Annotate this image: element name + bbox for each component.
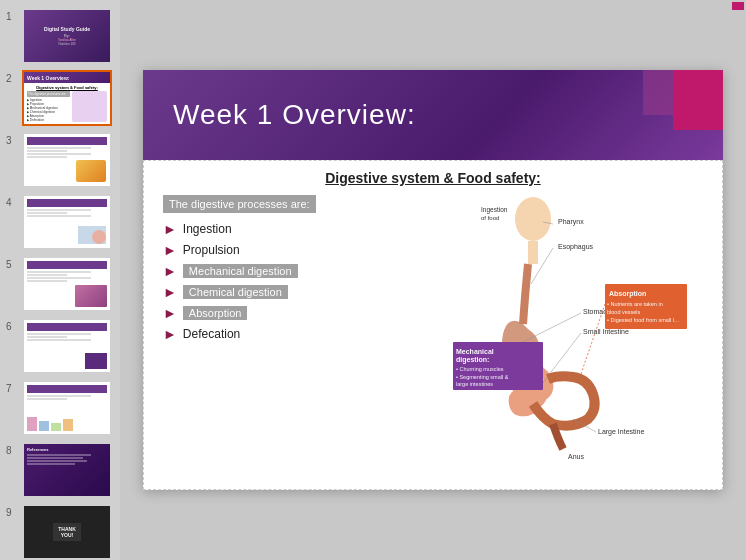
mechanical-box-text3: large intestines xyxy=(456,381,493,387)
arrow-icon-chemical: ► xyxy=(163,284,177,300)
chemical-label: Chemical digestion xyxy=(183,285,288,299)
thumb-2-list: ▶ Ingestion▶ Propulsion▶ Mechanical dige… xyxy=(27,98,70,122)
thumb-2-diagram xyxy=(72,91,107,122)
thumb-3-image xyxy=(76,160,106,182)
list-item-chemical: ► Chemical digestion xyxy=(163,284,443,300)
thumb-2-label: The digestive processes are: xyxy=(27,91,70,97)
slide-num-1: 1 xyxy=(6,11,18,22)
digestive-diagram: Pharynx Esophagus Stomach Small Intestin… xyxy=(453,194,703,474)
list-item-absorption: ► Absorption xyxy=(163,305,443,321)
thumb-8-title: References xyxy=(27,447,107,452)
thumb-box-9[interactable]: THANK YOU! xyxy=(22,504,112,560)
list-item-ingestion: ► Ingestion xyxy=(163,221,443,237)
absorption-box-text1: • Nutrients are taken in xyxy=(607,301,663,307)
thumb-box-3[interactable] xyxy=(22,132,112,188)
thumb-5-image xyxy=(75,285,107,307)
thumb-box-5[interactable] xyxy=(22,256,112,312)
slide-num-7: 7 xyxy=(6,383,18,394)
slide-thumb-2[interactable]: 2 Week 1 Overview: Digestive system & Fo… xyxy=(6,70,114,126)
arrow-icon-absorption: ► xyxy=(163,305,177,321)
list-item-mechanical: ► Mechanical digestion xyxy=(163,263,443,279)
thumb-8-lines xyxy=(27,454,107,465)
slide-thumb-6[interactable]: 6 xyxy=(6,318,114,374)
slide-thumb-5[interactable]: 5 xyxy=(6,256,114,312)
thumb-4-image xyxy=(78,226,106,244)
absorption-box-text2: blood vessels xyxy=(607,309,641,315)
slide-container: Week 1 Overview: Digestive system & Food… xyxy=(143,70,723,490)
slide-num-3: 3 xyxy=(6,135,18,146)
esophagus-label: Esophagus xyxy=(558,243,594,251)
thumb-7-bars xyxy=(27,413,107,431)
header-accent-purple xyxy=(643,70,673,115)
thumb-6-image xyxy=(85,353,107,369)
slide-thumb-7[interactable]: 7 xyxy=(6,380,114,436)
header-accent-pink xyxy=(673,70,723,130)
slide-subtitle: Digestive system & Food safety: xyxy=(163,170,703,186)
slide-thumb-1[interactable]: 1 Digital Study Guide By: Tamilisa Allen… xyxy=(6,8,114,64)
list-item-defecation: ► Defecation xyxy=(163,326,443,342)
slide-thumb-8[interactable]: 8 References xyxy=(6,442,114,498)
slide-thumb-9[interactable]: 9 THANK YOU! xyxy=(6,504,114,560)
arrow-icon-ingestion: ► xyxy=(163,221,177,237)
mechanical-label: Mechanical digestion xyxy=(183,264,298,278)
small-intestine-label: Small Intestine xyxy=(583,328,629,335)
stomach-line xyxy=(523,313,581,342)
arrow-icon-defecation: ► xyxy=(163,326,177,342)
absorption-box-text3: • Digested food from small I... xyxy=(607,317,679,323)
mechanical-box-text1: • Churning muscles xyxy=(456,366,504,372)
thumb-box-4[interactable] xyxy=(22,194,112,250)
arrow-icon-propulsion: ► xyxy=(163,242,177,258)
slide-body: Digestive system & Food safety: The dige… xyxy=(143,160,723,490)
slide-num-6: 6 xyxy=(6,321,18,332)
slide-num-2: 2 xyxy=(6,73,18,84)
pharynx-label: Pharynx xyxy=(558,218,584,226)
slide-title: Week 1 Overview: xyxy=(173,99,416,131)
thumb-box-7[interactable] xyxy=(22,380,112,436)
mechanical-box-text2: • Segmenting small & xyxy=(456,374,509,380)
process-list: ► Ingestion ► Propulsion ► Mechanical di… xyxy=(163,221,443,342)
absorption-label: Absorption xyxy=(183,306,248,320)
thumb-box-1[interactable]: Digital Study Guide By: Tamilisa Allen N… xyxy=(22,8,112,64)
slide-thumb-3[interactable]: 3 xyxy=(6,132,114,188)
head-shape xyxy=(515,197,551,241)
process-label: The digestive processes are: xyxy=(163,195,316,213)
thumb-9-content: THANK YOU! xyxy=(53,523,81,541)
left-content: The digestive processes are: ► Ingestion… xyxy=(163,194,443,474)
thumb-box-6[interactable] xyxy=(22,318,112,374)
slide-header: Week 1 Overview: xyxy=(143,70,723,160)
slide-num-5: 5 xyxy=(6,259,18,270)
ingestion-diagram-label: Ingestion xyxy=(481,206,508,214)
thumb-2-header: Week 1 Overview: xyxy=(27,75,69,81)
slide-num-9: 9 xyxy=(6,507,18,518)
thumb-2-sub: Digestive system & Food safety: xyxy=(27,85,107,90)
slide-num-8: 8 xyxy=(6,445,18,456)
large-intestine-label: Large Intestine xyxy=(598,428,644,436)
mechanical-box-title2: digestion: xyxy=(456,356,489,364)
thumb-box-2[interactable]: Week 1 Overview: Digestive system & Food… xyxy=(22,70,112,126)
diagram-svg: Pharynx Esophagus Stomach Small Intestin… xyxy=(453,194,693,464)
defecation-label: Defecation xyxy=(183,327,240,341)
ingestion-label: Ingestion xyxy=(183,222,232,236)
slide-num-4: 4 xyxy=(6,197,18,208)
arrow-icon-mechanical: ► xyxy=(163,263,177,279)
slide-thumb-4[interactable]: 4 xyxy=(6,194,114,250)
list-item-propulsion: ► Propulsion xyxy=(163,242,443,258)
thumb-1-detail: Nutrition 100 xyxy=(58,42,75,46)
main-slide-area: Week 1 Overview: Digestive system & Food… xyxy=(120,0,746,560)
content-area: The digestive processes are: ► Ingestion… xyxy=(163,194,703,474)
propulsion-label: Propulsion xyxy=(183,243,240,257)
thumb-box-8[interactable]: References xyxy=(22,442,112,498)
slide-panel: 1 Digital Study Guide By: Tamilisa Allen… xyxy=(0,0,120,560)
absorption-box-title: Absorption xyxy=(609,290,646,298)
esophagus-path xyxy=(523,264,528,324)
anus-label: Anus xyxy=(568,453,584,460)
mechanical-box-title: Mechanical xyxy=(456,348,494,355)
ingestion-diagram-sub: of food xyxy=(481,215,499,221)
